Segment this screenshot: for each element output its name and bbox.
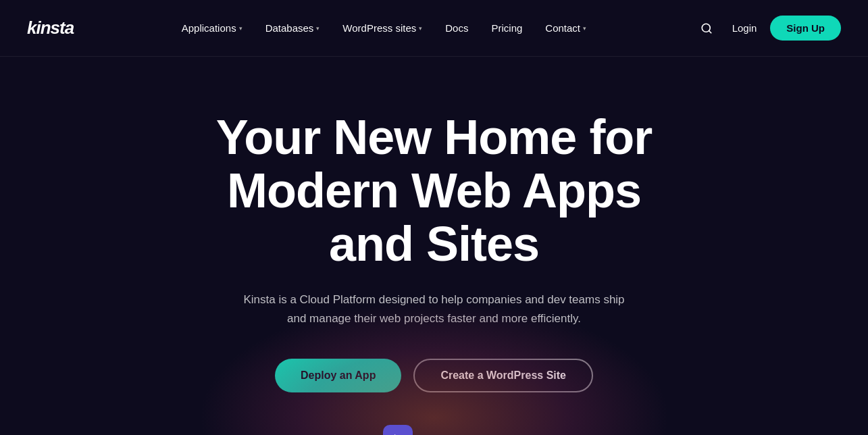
chevron-down-icon: ▾ [239,25,242,32]
nav-item-applications[interactable]: Applications ▾ [172,17,252,39]
chevron-down-icon: ▾ [583,25,586,32]
logo[interactable]: kinsta [27,18,74,39]
logo-text: kinsta [27,18,74,39]
search-button[interactable] [694,16,719,41]
chevron-down-icon: ▾ [316,25,320,32]
nav-item-databases[interactable]: Databases ▾ [256,17,330,39]
nav-item-pricing-label: Pricing [491,22,522,34]
play-icon [383,425,413,435]
navbar: kinsta Applications ▾ Databases ▾ WordPr… [0,0,868,57]
nav-item-contact[interactable]: Contact ▾ [536,17,596,39]
hero-title: Your New Home for Modern Web Apps and Si… [198,111,671,272]
nav-item-contact-label: Contact [545,22,580,34]
nav-links: Applications ▾ Databases ▾ WordPress sit… [172,17,596,39]
hero-section: Your New Home for Modern Web Apps and Si… [0,57,868,435]
create-wordpress-button[interactable]: Create a WordPress Site [413,359,593,392]
deploy-app-button[interactable]: Deploy an App [275,359,401,392]
watch-demo-button[interactable]: Watch demo [383,425,485,435]
svg-line-1 [709,30,711,32]
signup-button[interactable]: Sign Up [770,16,841,41]
nav-item-docs-label: Docs [445,22,468,34]
login-button[interactable]: Login [730,17,760,39]
nav-item-pricing[interactable]: Pricing [482,17,532,39]
nav-item-databases-label: Databases [265,22,314,34]
nav-item-wordpress-label: WordPress sites [342,22,416,34]
nav-right: Login Sign Up [694,16,841,41]
search-icon [700,22,713,34]
chevron-down-icon: ▾ [419,25,422,32]
nav-item-wordpress[interactable]: WordPress sites ▾ [333,17,432,39]
hero-buttons: Deploy an App Create a WordPress Site [275,359,593,392]
nav-item-docs[interactable]: Docs [436,17,478,39]
hero-subtitle: Kinsta is a Cloud Platform designed to h… [238,290,630,330]
nav-item-applications-label: Applications [182,22,236,34]
